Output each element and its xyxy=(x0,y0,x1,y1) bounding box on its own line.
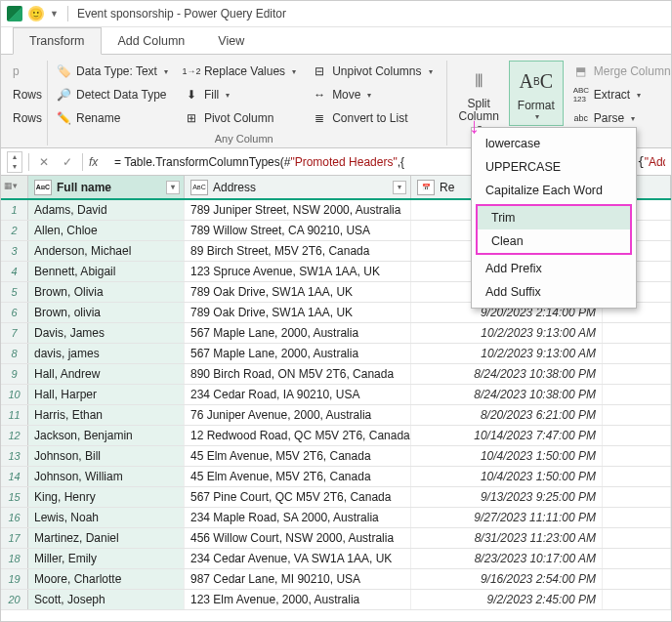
table-row[interactable]: 12 Jackson, Benjamin12 Redwood Road, QC … xyxy=(1,426,671,446)
row-number[interactable]: 16 xyxy=(1,508,28,527)
cancel-formula-icon[interactable]: ✕ xyxy=(35,155,53,169)
filter-dropdown-icon[interactable]: ▾ xyxy=(166,181,180,194)
table-row[interactable]: 20Scott, Joseph123 Elm Avenue, 2000, Aus… xyxy=(1,590,671,610)
cell-full-name[interactable]: Johnson, Bill xyxy=(28,446,185,466)
cell-full-name[interactable]: Hall, Harper xyxy=(28,385,185,404)
cmd-pivot-column[interactable]: ⊞Pivot Column xyxy=(180,108,277,128)
cell-full-name[interactable]: Hall, Andrew xyxy=(28,364,185,384)
text-type-icon[interactable]: ABC xyxy=(190,180,208,195)
cell-extra[interactable] xyxy=(603,426,671,445)
table-row[interactable]: 19Moore, Charlotte987 Cedar Lane, MI 902… xyxy=(1,569,671,590)
row-number[interactable]: 15 xyxy=(1,487,28,507)
cell-extra[interactable] xyxy=(603,508,671,527)
cell-timestamp[interactable]: 8/31/2023 11:23:00 AM xyxy=(411,528,603,548)
cell-full-name[interactable]: davis, james xyxy=(28,344,185,363)
cell-extra[interactable] xyxy=(603,487,671,507)
menu-add-suffix[interactable]: Add Suffix xyxy=(472,280,636,304)
cmd-convert-to-list[interactable]: ≣Convert to List xyxy=(308,108,411,128)
row-number[interactable]: 17 xyxy=(1,528,28,548)
cell-address[interactable]: 12 Redwood Road, QC M5V 2T6, Canada xyxy=(185,426,411,445)
row-number[interactable]: 9 xyxy=(1,364,28,384)
cell-address[interactable]: 567 Maple Lane, 2000, Australia xyxy=(185,344,411,363)
table-row[interactable]: 14Johnson, William45 Elm Avenue, M5V 2T6… xyxy=(1,467,671,487)
cell-full-name[interactable]: Scott, Joseph xyxy=(28,590,185,609)
cell-extra[interactable] xyxy=(603,467,671,486)
tab-transform[interactable]: Transform xyxy=(13,27,102,55)
cmd-unpivot-columns[interactable]: ⊟Unpivot Columns▾ xyxy=(308,62,436,81)
cell-full-name[interactable]: Johnson, William xyxy=(28,467,185,486)
cell-full-name[interactable]: Brown, Olivia xyxy=(28,282,185,302)
cell-address[interactable]: 123 Spruce Avenue, SW1A 1AA, UK xyxy=(185,262,411,281)
text-type-icon[interactable]: ABC xyxy=(34,180,52,195)
table-row[interactable]: 13Johnson, Bill45 Elm Avenue, M5V 2T6, C… xyxy=(1,446,671,467)
row-number[interactable]: 3 xyxy=(1,241,28,261)
cmd-parse[interactable]: abcParse▾ xyxy=(569,108,639,128)
row-number[interactable]: 7 xyxy=(1,323,28,343)
cmd-rows-1[interactable]: Rows xyxy=(9,86,46,104)
cell-address[interactable]: 456 Willow Court, NSW 2000, Australia xyxy=(185,528,411,548)
cell-full-name[interactable]: Moore, Charlotte xyxy=(28,569,185,589)
cell-extra[interactable] xyxy=(603,549,671,568)
menu-add-prefix[interactable]: Add Prefix xyxy=(472,257,636,280)
cell-full-name[interactable]: Bennett, Abigail xyxy=(28,262,185,281)
cmd-rename[interactable]: ✏️Rename xyxy=(52,108,124,128)
step-spinner[interactable]: ▴ ▾ xyxy=(7,151,22,173)
cell-timestamp[interactable]: 9/13/2023 9:25:00 PM xyxy=(411,487,603,507)
cell-extra[interactable] xyxy=(603,385,671,404)
cell-full-name[interactable]: Brown, olivia xyxy=(28,303,185,322)
menu-trim[interactable]: Trim xyxy=(478,206,630,229)
cell-address[interactable]: 890 Birch Road, ON M5V 2T6, Canada xyxy=(185,364,411,384)
cell-address[interactable]: 45 Elm Avenue, M5V 2T6, Canada xyxy=(185,467,411,486)
row-number[interactable]: 10 xyxy=(1,385,28,404)
tab-view[interactable]: View xyxy=(201,27,261,54)
row-number[interactable]: 19 xyxy=(1,569,28,589)
cell-extra[interactable] xyxy=(603,528,671,548)
cell-timestamp[interactable]: 8/24/2023 10:38:00 PM xyxy=(411,364,603,384)
cell-timestamp[interactable]: 10/14/2023 7:47:00 PM xyxy=(411,426,603,445)
row-number[interactable]: 11 xyxy=(1,405,28,425)
cell-address[interactable]: 567 Maple Lane, 2000, Australia xyxy=(185,323,411,343)
cell-timestamp[interactable]: 10/4/2023 1:50:00 PM xyxy=(411,467,603,486)
row-number[interactable]: 20 xyxy=(1,590,28,609)
cell-address[interactable]: 76 Juniper Avenue, 2000, Australia xyxy=(185,405,411,425)
column-full-name[interactable]: ABC Full name ▾ xyxy=(28,176,185,198)
cmd-move[interactable]: ↔Move▾ xyxy=(308,85,375,104)
row-number[interactable]: 1 xyxy=(1,200,28,220)
cell-extra[interactable] xyxy=(603,446,671,466)
datetime-type-icon[interactable]: 📅 xyxy=(417,180,435,195)
row-number[interactable]: 8 xyxy=(1,344,28,363)
table-row[interactable]: 16 Lewis, Noah234 Maple Road, SA 2000, A… xyxy=(1,508,671,528)
cmd-rows-2[interactable]: Rows xyxy=(9,109,46,127)
cell-address[interactable]: 45 Elm Avenue, M5V 2T6, Canada xyxy=(185,446,411,466)
cell-full-name[interactable]: Miller, Emily xyxy=(28,549,185,568)
cell-full-name[interactable]: Jackson, Benjamin xyxy=(28,426,185,445)
cell-timestamp[interactable]: 8/20/2023 6:21:00 PM xyxy=(411,405,603,425)
cell-full-name[interactable]: Allen, Chloe xyxy=(28,221,185,240)
table-row[interactable]: 8davis, james567 Maple Lane, 2000, Austr… xyxy=(1,344,671,364)
cmd-fill[interactable]: ⬇Fill▾ xyxy=(180,85,233,104)
cell-full-name[interactable]: Adams, David xyxy=(28,200,185,220)
step-down-icon[interactable]: ▾ xyxy=(8,162,21,172)
cell-address[interactable]: 789 Juniper Street, NSW 2000, Australia xyxy=(185,200,411,220)
commit-formula-icon[interactable]: ✓ xyxy=(59,155,76,169)
row-number[interactable]: 18 xyxy=(1,549,28,568)
filter-dropdown-icon[interactable]: ▾ xyxy=(393,181,406,194)
cell-address[interactable]: 789 Willow Street, CA 90210, USA xyxy=(185,221,411,240)
cell-timestamp[interactable]: 10/4/2023 1:50:00 PM xyxy=(411,446,603,466)
cell-address[interactable]: 123 Elm Avenue, 2000, Australia xyxy=(185,590,411,609)
qat-dropdown-icon[interactable]: ▼ xyxy=(50,9,59,19)
step-up-icon[interactable]: ▴ xyxy=(8,152,21,162)
row-number[interactable]: 12 xyxy=(1,426,28,445)
cell-address[interactable]: 89 Birch Street, M5V 2T6, Canada xyxy=(185,241,411,261)
cmd-extract[interactable]: ABC123Extract▾ xyxy=(569,85,645,104)
cell-timestamp[interactable]: 9/16/2023 2:54:00 PM xyxy=(411,569,603,589)
cell-timestamp[interactable]: 9/2/2023 2:45:00 PM xyxy=(411,590,603,609)
cmd-replace-values[interactable]: 1→2Replace Values▾ xyxy=(180,62,300,81)
cell-address[interactable]: 789 Oak Drive, SW1A 1AA, UK xyxy=(185,282,411,302)
table-row[interactable]: 15King, Henry567 Pine Court, QC M5V 2T6,… xyxy=(1,487,671,508)
row-number[interactable]: 14 xyxy=(1,467,28,486)
table-row[interactable]: 18Miller, Emily234 Cedar Avenue, VA SW1A… xyxy=(1,549,671,569)
menu-capitalize[interactable]: Capitalize Each Word xyxy=(472,179,636,202)
cmd-detect-data-type[interactable]: 🔎Detect Data Type xyxy=(52,85,171,104)
fx-icon[interactable]: fx xyxy=(89,155,108,169)
